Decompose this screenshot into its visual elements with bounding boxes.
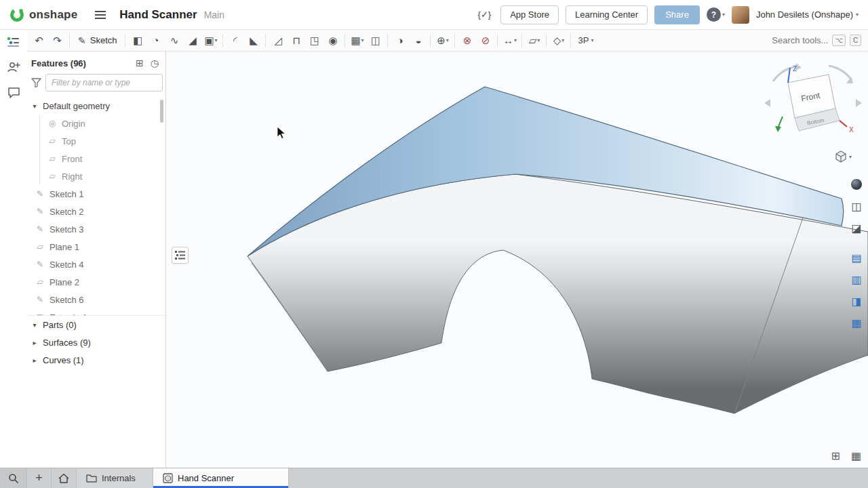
configurations-panel-icon[interactable]: ▤ [847,248,866,267]
draft-button[interactable]: ◿ [269,32,287,49]
tree-item-plane-2[interactable]: ▱ Plane 2 [27,273,165,291]
tree-item-sketch-4[interactable]: ✎ Sketch 4 [27,256,165,273]
chevron-down-icon: ▾ [446,37,449,43]
curves-section-label: Curves (1) [43,355,84,365]
tree-scrollbar[interactable] [160,100,163,123]
fillet-button[interactable]: ◜ [226,32,244,49]
search-tabs-button[interactable] [0,468,27,488]
offset-surface-button[interactable]: ▱▾ [525,32,543,49]
tree-item-label: Right [62,171,82,182]
thicken-icon: ▣ [204,35,214,47]
tree-item-label: Sketch 2 [50,207,84,217]
thicken-button[interactable]: ▣▾ [201,32,220,49]
tree-item-plane-1[interactable]: ▱ Plane 1 [27,238,165,256]
undo-button[interactable]: ↶ [30,32,48,49]
shell-button[interactable]: ◳ [305,32,323,49]
linear-pattern-button[interactable]: ▦▾ [348,32,366,49]
feature-filter-input[interactable] [45,74,163,92]
tree-item-sketch-6[interactable]: ✎ Sketch 6 [27,291,165,308]
move-face-button[interactable]: ↔▾ [500,32,519,49]
workspace-label[interactable]: Main [204,9,224,20]
feature-list-icon[interactable] [6,35,21,49]
projection-mode-button[interactable]: 3P ▾ [574,35,597,45]
redo-button[interactable]: ↷ [48,32,66,49]
x-axis-label: X [849,126,854,134]
tables-panel-icon[interactable]: ▦ [847,313,866,332]
user-avatar[interactable] [732,6,749,24]
delete-part-button[interactable]: ⊗ [458,32,476,49]
boolean-button[interactable]: ◑ [391,32,409,49]
tab-internals[interactable]: Internals [77,468,153,488]
mirror-button[interactable]: ◫ [366,32,384,49]
section-view-icon[interactable]: ◪ [847,218,866,237]
follow-user-icon[interactable] [6,60,21,75]
tree-item-right-plane[interactable]: ▱ Right [27,167,165,185]
view-options-button[interactable]: ▾ [835,150,852,163]
extrude-button[interactable]: ◧ [128,32,146,49]
chevron-down-icon[interactable]: ▾ [31,102,38,110]
featurescript-icon[interactable]: {✓} [475,7,494,22]
search-tools-button[interactable]: Search tools... ⌥ C [772,35,861,46]
mouse-cursor [277,126,286,140]
hole-button[interactable]: ◉ [323,32,342,49]
history-icon[interactable]: ◷ [151,58,159,68]
folder-icon [86,474,97,483]
chevron-down-icon[interactable]: ▾ [31,321,38,329]
feature-tree-toggle-button[interactable] [172,247,189,264]
app-store-button[interactable]: App Store [500,5,559,24]
tree-item-default-geometry[interactable]: ▾ Default geometry [27,97,165,115]
feature-toolbar: ↶ ↷ ✎ Sketch ◧ ◔ ∿ ◢ ▣▾ ◜ ◣ ◿ ⊓ ◳ ◉ ▦▾ ◫… [27,30,868,52]
tree-item-label: Plane 2 [50,277,79,287]
graphics-viewport[interactable]: Front Bottom Z X ▾ ◫ ◪ ▤ ▥ ◨ [166,52,868,468]
comments-icon[interactable] [6,85,21,100]
tree-item-sketch-2[interactable]: ✎ Sketch 2 [27,203,165,220]
tree-item-origin[interactable]: ◎ Origin [27,115,165,132]
view-cube[interactable]: Front Bottom Z X [762,62,864,140]
appearance-sphere-icon[interactable] [847,175,866,194]
filter-icon[interactable] [31,78,41,87]
logo-text: onshape [29,8,77,22]
documents-panel-icon[interactable]: ◨ [847,291,866,310]
tree-item-sketch-3[interactable]: ✎ Sketch 3 [27,220,165,238]
sketch-icon: ✎ [35,260,45,269]
y-axis-arrow [775,126,781,132]
transform-button[interactable]: ⊕▾ [433,32,452,49]
tree-item-sketch-1[interactable]: ✎ Sketch 1 [27,185,165,203]
curves-section[interactable]: ▸ Curves (1) [27,351,165,369]
split-button[interactable]: ◒ [409,32,427,49]
measure-grid-icon[interactable]: ▦ [851,449,861,462]
chevron-right-icon[interactable]: ▸ [31,357,38,364]
insert-feature-icon[interactable]: ⊞ [136,58,144,68]
chevron-right-icon[interactable]: ▸ [31,339,38,346]
boolean-icon: ◑ [397,35,403,46]
tab-hand-scanner[interactable]: Hand Scanner [153,468,289,488]
learning-center-button[interactable]: Learning Center [566,5,648,24]
sketch-button[interactable]: ✎ Sketch [73,32,122,49]
tree-item-label: Default geometry [43,101,110,111]
tree-item-label: Sketch 4 [50,260,84,270]
parts-section[interactable]: ▾ Parts (0) [27,316,165,333]
user-menu[interactable]: John Desilets (Onshape) ▾ [756,9,859,20]
tree-item-front-plane[interactable]: ▱ Front [27,150,165,167]
tree-item-top-plane[interactable]: ▱ Top [27,132,165,150]
tree-item-extrude-1[interactable]: ◨ Extrude 1 [27,308,165,315]
delete-face-button[interactable]: ⊘ [476,32,494,49]
sweep-button[interactable]: ∿ [165,32,183,49]
rib-button[interactable]: ⊓ [287,32,305,49]
revolve-button[interactable]: ◔ [146,32,165,49]
chamfer-button[interactable]: ◣ [244,32,262,49]
bom-panel-icon[interactable]: ▥ [847,270,866,289]
share-button[interactable]: Share [654,5,700,24]
onshape-logo[interactable]: onshape [9,7,77,22]
loft-button[interactable]: ◢ [183,32,201,49]
help-menu[interactable]: ? ▾ [707,7,725,22]
add-tab-button[interactable]: + [27,468,52,488]
surface-tools-button[interactable]: ◇▾ [549,32,568,49]
named-views-icon[interactable]: ◫ [847,197,866,216]
main-menu-icon[interactable] [92,8,108,22]
print-3d-icon[interactable]: ⊞ [831,449,840,462]
surfaces-section[interactable]: ▸ Surfaces (9) [27,333,165,351]
user-name-label: John Desilets (Onshape) [756,9,853,20]
chevron-down-icon: ▾ [849,154,852,160]
home-tab-button[interactable] [52,468,77,488]
